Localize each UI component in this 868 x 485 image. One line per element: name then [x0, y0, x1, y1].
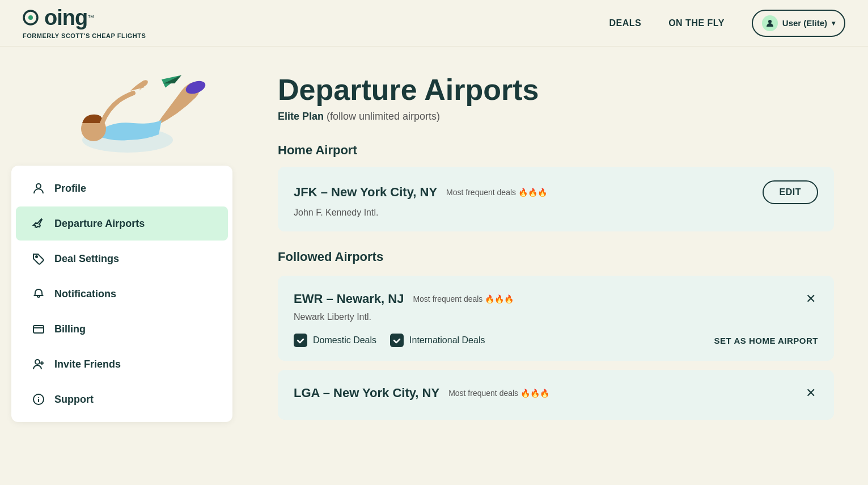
sidebar-item-support[interactable]: Support	[16, 382, 228, 416]
svg-point-11	[35, 360, 40, 364]
sidebar-nav: Profile Departure Airports	[11, 166, 232, 422]
ewr-checkboxes: Domestic Deals International Deals	[294, 334, 485, 347]
header-nav: DEALS ON THE FLY User (Elite) ▾	[609, 10, 845, 37]
home-airport-code-city: JFK – New York City, NY	[294, 185, 437, 200]
user-avatar	[762, 15, 778, 31]
ewr-code-city: EWR – Newark, NJ	[294, 292, 404, 306]
ewr-domestic-checkbox[interactable]: Domestic Deals	[294, 334, 376, 347]
person-plus-icon	[32, 357, 45, 371]
logo-subtitle: FORMERLY SCOTT'S CHEAP FLIGHTS	[23, 32, 146, 39]
lga-close-button[interactable]: ✕	[803, 383, 818, 403]
plan-description: Elite Plan (follow unlimited airports)	[278, 111, 834, 123]
checkmark-icon	[297, 336, 304, 344]
ewr-set-home-button[interactable]: SET AS HOME AIRPORT	[714, 336, 818, 345]
plan-name: Elite Plan	[278, 111, 324, 122]
svg-rect-10	[33, 326, 44, 333]
lga-badge: Most frequent deals 🔥🔥🔥	[448, 389, 549, 398]
plan-detail: (follow unlimited airports)	[327, 111, 440, 122]
ewr-card-header: EWR – Newark, NJ Most frequent deals 🔥🔥🔥…	[294, 289, 818, 309]
lga-code-city: LGA – New York City, NY	[294, 386, 439, 400]
card-icon	[32, 322, 45, 336]
hero-illustration	[20, 47, 224, 166]
home-airport-badge: Most frequent deals 🔥🔥🔥	[446, 188, 547, 197]
home-airport-full-name: John F. Kennedy Intl.	[294, 208, 818, 218]
sidebar-item-departure-airports[interactable]: Departure Airports	[16, 206, 228, 241]
user-icon	[765, 19, 774, 28]
home-airport-card-left: JFK – New York City, NY Most frequent de…	[294, 185, 547, 200]
lga-card-left: LGA – New York City, NY Most frequent de…	[294, 386, 549, 400]
lga-card-header: LGA – New York City, NY Most frequent de…	[294, 383, 818, 403]
sidebar-item-invite-friends-label: Invite Friends	[54, 359, 121, 370]
sidebar-item-notifications-label: Notifications	[54, 288, 116, 300]
ewr-badge: Most frequent deals 🔥🔥🔥	[413, 294, 514, 303]
domestic-checkbox-box	[294, 334, 307, 347]
ewr-international-checkbox[interactable]: International Deals	[390, 334, 485, 347]
ewr-card-footer: Domestic Deals International Deals SET A…	[294, 334, 818, 347]
user-label: User (Elite)	[782, 18, 827, 28]
sidebar-item-notifications[interactable]: Notifications	[16, 277, 228, 311]
main-content: Departure Airports Elite Plan (follow un…	[244, 47, 868, 485]
sidebar-item-profile-label: Profile	[54, 183, 86, 195]
logo-text: oing™	[23, 7, 94, 31]
ewr-full-name: Newark Liberty Intl.	[294, 312, 818, 322]
logo: oing™ FORMERLY SCOTT'S CHEAP FLIGHTS	[23, 7, 146, 39]
header-left: oing™ FORMERLY SCOTT'S CHEAP FLIGHTS	[23, 7, 146, 39]
chevron-down-icon: ▾	[832, 19, 835, 27]
sidebar-item-departure-airports-label: Departure Airports	[54, 218, 145, 230]
plane-icon	[32, 217, 45, 230]
header: oing™ FORMERLY SCOTT'S CHEAP FLIGHTS DEA…	[0, 0, 868, 47]
international-checkbox-box	[390, 334, 404, 347]
international-label: International Deals	[409, 335, 485, 345]
followed-airport-card-ewr: EWR – Newark, NJ Most frequent deals 🔥🔥🔥…	[278, 276, 834, 361]
home-airport-edit-button[interactable]: EDIT	[763, 180, 818, 204]
home-airport-card-header: JFK – New York City, NY Most frequent de…	[294, 180, 818, 204]
svg-point-8	[36, 184, 41, 188]
sidebar-item-billing-label: Billing	[54, 323, 86, 335]
sidebar-item-deal-settings-label: Deal Settings	[54, 253, 119, 265]
sidebar-illustration	[0, 47, 244, 166]
main-layout: Profile Departure Airports	[0, 47, 868, 485]
sidebar-item-invite-friends[interactable]: Invite Friends	[16, 347, 228, 381]
domestic-label: Domestic Deals	[313, 335, 376, 345]
ewr-close-button[interactable]: ✕	[803, 289, 818, 309]
home-airport-section-title: Home Airport	[278, 143, 834, 158]
section-separator: Followed Airports	[278, 250, 834, 264]
svg-point-1	[28, 15, 33, 20]
tag-icon	[32, 252, 45, 265]
sidebar: Profile Departure Airports	[0, 47, 244, 485]
sidebar-item-support-label: Support	[54, 394, 94, 406]
logo-tm: ™	[87, 14, 94, 21]
followed-airport-card-lga: LGA – New York City, NY Most frequent de…	[278, 370, 834, 420]
sidebar-item-billing[interactable]: Billing	[16, 312, 228, 346]
home-airport-card: JFK – New York City, NY Most frequent de…	[278, 167, 834, 231]
on-the-fly-nav-link[interactable]: ON THE FLY	[668, 18, 725, 28]
followed-airports-section-title: Followed Airports	[278, 250, 834, 264]
checkmark-icon-intl	[393, 336, 401, 344]
sidebar-item-deal-settings[interactable]: Deal Settings	[16, 242, 228, 276]
sidebar-item-profile[interactable]: Profile	[16, 171, 228, 205]
info-icon	[32, 393, 45, 406]
svg-point-9	[36, 256, 37, 258]
svg-point-2	[768, 20, 772, 23]
page-title: Departure Airports	[278, 74, 834, 106]
user-menu-button[interactable]: User (Elite) ▾	[752, 10, 845, 37]
bell-icon	[32, 287, 45, 301]
person-icon	[32, 182, 45, 195]
deals-nav-link[interactable]: DEALS	[609, 18, 641, 28]
ewr-card-left: EWR – Newark, NJ Most frequent deals 🔥🔥🔥	[294, 292, 514, 306]
logo-icon	[23, 7, 43, 28]
